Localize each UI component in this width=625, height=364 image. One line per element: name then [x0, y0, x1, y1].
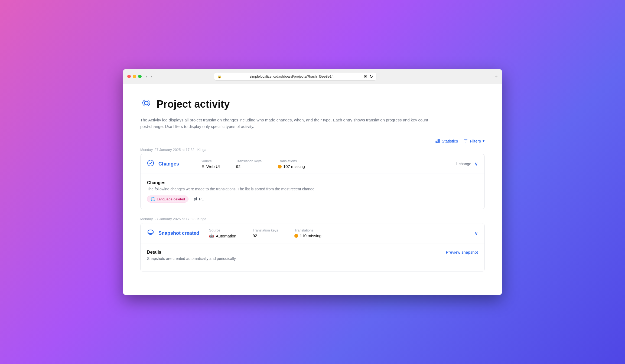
details-title: Details [147, 250, 236, 255]
activity-card-1: Changes Source 🖥 Web UI Translation keys… [140, 154, 485, 209]
changes-icon [147, 160, 154, 168]
svg-point-0 [144, 101, 148, 105]
translations-field-value-1: 107 missing [278, 164, 305, 169]
statistics-label: Statistics [442, 139, 458, 143]
changes-label: Changes [158, 161, 191, 167]
changes-body-desc: The following changes were made to the t… [147, 187, 478, 191]
keys-field-2: Translation keys 92 [253, 228, 278, 238]
details-text: Details Snapshots are created automatica… [147, 250, 236, 265]
snapshot-label: Snapshot created [158, 230, 199, 236]
filters-label: Filters [470, 139, 481, 143]
activity-group-2: Monday, 27 January 2025 at 17:32 · Kinga… [140, 217, 485, 272]
source-field-value-1: 🖥 Web UI [201, 164, 220, 169]
page-description: The Activity log displays all project tr… [140, 117, 438, 130]
activity-actions-1: 1 change ∨ [455, 161, 478, 167]
activity-fields-1: Source 🖥 Web UI Translation keys 92 Tran… [201, 159, 451, 169]
traffic-light-close[interactable] [127, 75, 131, 78]
language-deleted-tag: 🌐 Language deleted [147, 196, 188, 203]
details-desc: Snapshots are created automatically and … [147, 256, 236, 261]
activity-icon [140, 97, 152, 111]
translations-field-2: Translations 110 missing [294, 228, 321, 238]
back-button[interactable]: ‹ [145, 74, 148, 80]
address-bar[interactable]: 🔒 simplelocalize.io/dashboard/projects/?… [214, 72, 376, 81]
statistics-button[interactable]: Statistics [435, 138, 458, 143]
activity-card-header-2: Snapshot created Source 🤖 Automation Tra… [141, 223, 484, 243]
activity-card-header-1: Changes Source 🖥 Web UI Translation keys… [141, 154, 484, 174]
changes-body-title: Changes [147, 180, 478, 185]
activity-card-body-1: Changes The following changes were made … [141, 174, 484, 209]
activity-fields-2: Source 🤖 Automation Translation keys 92 … [209, 228, 470, 238]
source-field-label-1: Source [201, 159, 220, 163]
status-dot-1 [278, 165, 282, 168]
lock-icon: 🔒 [217, 75, 222, 78]
activity-meta-2: Monday, 27 January 2025 at 17:32 · Kinga [140, 217, 485, 221]
reload-icon[interactable]: ↻ [369, 74, 373, 79]
monitor-icon: 🖥 [201, 164, 205, 169]
source-field-2: Source 🤖 Automation [209, 228, 236, 238]
svg-rect-2 [437, 140, 438, 143]
nav-buttons: ‹ › [145, 74, 153, 80]
translations-field-1: Translations 107 missing [278, 159, 305, 169]
traffic-light-fullscreen[interactable] [138, 75, 142, 78]
status-dot-2 [294, 234, 298, 238]
preview-snapshot-button[interactable]: Preview snapshot [446, 250, 478, 254]
activity-group-1: Monday, 27 January 2025 at 17:32 · Kinga… [140, 148, 485, 209]
keys-field-label-1: Translation keys [236, 159, 262, 163]
automation-icon: 🤖 [209, 233, 214, 238]
translations-field-label-2: Translations [294, 228, 321, 232]
details-section: Details Snapshots are created automatica… [147, 250, 478, 265]
bar-chart-icon [435, 138, 440, 143]
svg-point-7 [148, 160, 154, 166]
globe-icon: 🌐 [151, 197, 155, 201]
keys-field-label-2: Translation keys [253, 228, 278, 232]
source-field-1: Source 🖥 Web UI [201, 159, 220, 169]
change-count-1: 1 change [455, 162, 471, 166]
keys-field-1: Translation keys 92 [236, 159, 262, 169]
source-field-label-2: Source [209, 228, 236, 232]
chevron-down-icon: ▾ [483, 138, 485, 143]
activity-meta-1: Monday, 27 January 2025 at 17:32 · Kinga [140, 148, 485, 152]
change-tag-value: pl_PL [194, 197, 204, 201]
browser-window: ‹ › 🔒 simplelocalize.io/dashboard/projec… [123, 69, 502, 295]
expand-button-1[interactable]: ∨ [474, 161, 478, 167]
translations-field-value-2: 110 missing [294, 233, 321, 238]
keys-field-value-1: 92 [236, 164, 262, 169]
page-content: Project activity The Activity log displa… [123, 84, 502, 295]
url-text: simplelocalize.io/dashboard/projects/?ha… [224, 74, 362, 78]
cast-icon: ⊡ [364, 74, 367, 79]
change-row-1: 🌐 Language deleted pl_PL [147, 196, 478, 203]
page-header: Project activity [140, 97, 485, 111]
traffic-light-minimize[interactable] [133, 75, 136, 78]
activity-card-2: Snapshot created Source 🤖 Automation Tra… [140, 223, 485, 272]
filter-icon [463, 138, 468, 143]
translations-field-label-1: Translations [278, 159, 305, 163]
new-tab-button[interactable]: + [494, 73, 498, 80]
svg-rect-3 [439, 139, 440, 143]
page-title: Project activity [157, 98, 230, 110]
forward-button[interactable]: › [149, 74, 153, 80]
toolbar: Statistics Filters ▾ [140, 138, 485, 143]
svg-rect-1 [436, 141, 437, 143]
traffic-lights [127, 75, 142, 78]
activity-card-body-2: Details Snapshots are created automatica… [141, 243, 484, 272]
snapshot-icon [147, 229, 154, 238]
expand-button-2[interactable]: ∨ [474, 230, 478, 236]
filters-button[interactable]: Filters ▾ [463, 138, 485, 143]
source-field-value-2: 🤖 Automation [209, 233, 236, 238]
browser-chrome: ‹ › 🔒 simplelocalize.io/dashboard/projec… [123, 69, 502, 84]
keys-field-value-2: 92 [253, 233, 278, 238]
activity-actions-2: ∨ [474, 230, 478, 236]
